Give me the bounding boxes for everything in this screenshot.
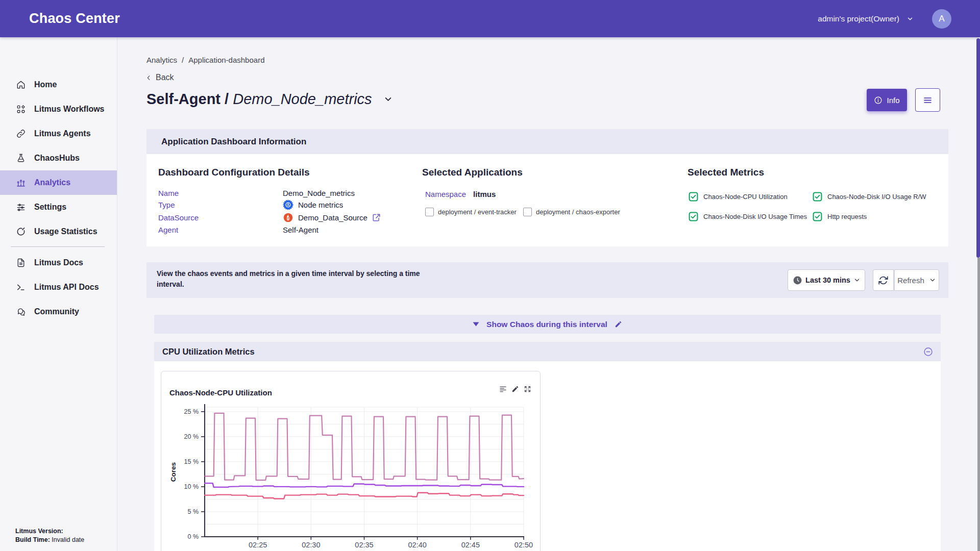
checkbox-unchecked-icon[interactable] — [523, 208, 532, 216]
config-row-datasource: DataSource Demo_Data_Source — [158, 212, 381, 222]
info-button-label: Info — [887, 96, 899, 105]
sidebar-item-litmus-workflows[interactable]: Litmus Workflows — [0, 97, 117, 121]
metric-checkbox-cpu-utilization[interactable]: Chaos-Node-CPU Utilization — [689, 192, 788, 202]
info-button[interactable]: Info — [867, 89, 907, 111]
project-selector-label[interactable]: admin's project(Owner) — [818, 14, 899, 23]
refresh-now-button[interactable] — [873, 269, 894, 291]
main-content: Analytics / Application-dashboard Back S… — [117, 37, 980, 551]
time-select-chevron-down-icon — [853, 277, 861, 284]
external-link-icon[interactable] — [372, 213, 381, 222]
scrollbar-thumb[interactable] — [976, 38, 980, 258]
project-chevron-down-icon[interactable] — [906, 15, 914, 22]
refresh-interval-value: Refresh — [897, 276, 924, 285]
sidebar-item-label: Litmus Workflows — [34, 105, 105, 114]
document-icon — [15, 257, 27, 268]
collapse-minus-icon[interactable] — [923, 347, 933, 357]
sidebar-item-label: Litmus Agents — [34, 129, 91, 138]
metric-checkbox-label: Chaos-Node-CPU Utilization — [703, 193, 788, 201]
svg-text:02:45: 02:45 — [461, 541, 480, 549]
checkbox-checked-icon[interactable] — [689, 192, 698, 202]
svg-text:Cores: Cores — [169, 462, 177, 482]
dashboard-menu-button[interactable] — [915, 88, 940, 112]
sidebar-footer: Litmus Version: Build Time: Invalid date — [15, 527, 84, 544]
config-row-agent: Agent Self-Agent — [158, 224, 318, 235]
build-time-value: Invalid date — [52, 536, 84, 543]
sliders-icon — [15, 202, 27, 213]
edit-pencil-icon[interactable] — [615, 320, 622, 328]
flask-icon — [15, 153, 27, 164]
breadcrumb-application-dashboard[interactable]: Application-dashboard — [188, 56, 264, 64]
app-title: Chaos Center — [29, 11, 120, 27]
application-dashboard-information-panel: Application Dashboard Information Dashbo… — [146, 129, 948, 246]
checkbox-checked-icon[interactable] — [813, 192, 822, 202]
svg-text:02:35: 02:35 — [355, 541, 373, 549]
config-row-type: Type Node metrics — [158, 199, 343, 210]
info-circle-icon — [874, 96, 883, 105]
clock-icon — [793, 276, 802, 285]
litmus-version-label: Litmus Version: — [15, 528, 63, 535]
show-chaos-label: Show Chaos during this interval — [486, 320, 607, 329]
time-range-value: Last 30 mins — [805, 276, 850, 284]
sidebar-item-label: Usage Statistics — [34, 227, 97, 236]
triangle-down-icon — [473, 322, 479, 327]
info-panel-header: Application Dashboard Information — [146, 129, 948, 154]
config-datasource-text: Demo_Data_Source — [298, 213, 368, 222]
config-name-label: Name — [158, 189, 283, 197]
sidebar-item-settings[interactable]: Settings — [0, 195, 117, 219]
metric-checkbox-label: Http requests — [827, 213, 867, 220]
application-checkbox-event-tracker[interactable]: deployment / event-tracker — [425, 208, 517, 216]
namespace-value: litmus — [473, 190, 496, 198]
home-icon — [15, 79, 27, 90]
metric-checkbox-http-requests[interactable]: Http requests — [813, 212, 867, 221]
metric-checkbox-disk-io-rw[interactable]: Chaos-Node-Disk I/O Usage R/W — [813, 192, 926, 202]
checkbox-checked-icon[interactable] — [689, 212, 698, 221]
scrollbar-track[interactable] — [977, 258, 980, 551]
chevron-left-icon — [145, 74, 152, 81]
chat-bubbles-icon — [15, 306, 27, 317]
hamburger-menu-icon — [923, 95, 933, 105]
application-checkbox-chaos-exporter[interactable]: deployment / chaos-exporter — [523, 208, 620, 216]
application-checkbox-label: deployment / chaos-exporter — [536, 208, 620, 216]
sidebar-item-analytics[interactable]: Analytics — [0, 170, 117, 195]
config-type-label: Type — [158, 201, 283, 209]
sidebar: Home Litmus Workflows Litmus Agents Chao… — [0, 37, 117, 551]
config-agent-label: Agent — [158, 226, 283, 234]
sidebar-item-usage-statistics[interactable]: Usage Statistics — [0, 219, 117, 244]
selected-metrics-heading: Selected Metrics — [688, 167, 764, 178]
application-checkbox-label: deployment / event-tracker — [438, 208, 517, 216]
sidebar-item-community[interactable]: Community — [0, 299, 117, 324]
sidebar-item-home[interactable]: Home — [0, 72, 117, 97]
app-header: Chaos Center admin's project(Owner) A — [0, 0, 980, 37]
time-range-select[interactable]: Last 30 mins — [788, 269, 865, 291]
show-chaos-toggle-bar[interactable]: Show Chaos during this interval — [154, 315, 941, 334]
user-avatar[interactable]: A — [932, 9, 951, 29]
config-type-text: Node metrics — [298, 201, 343, 209]
cpu-utilization-line-chart[interactable]: 0 %5 %10 %15 %20 %25 %02:2502:3002:3502:… — [161, 371, 540, 551]
terminal-icon — [15, 282, 27, 293]
title-chevron-down-icon[interactable] — [383, 94, 393, 104]
sidebar-item-litmus-api-docs[interactable]: Litmus API Docs — [0, 275, 117, 299]
back-button[interactable]: Back — [145, 73, 174, 82]
cpu-utilization-chart-card: Chaos-Node-CPU Utilization 0 %5 %10 %15 … — [161, 371, 541, 551]
metric-checkbox-label: Chaos-Node-Disk I/O Usage R/W — [827, 193, 926, 201]
refresh-interval-select[interactable]: Refresh — [894, 269, 939, 291]
sidebar-item-label: Home — [34, 80, 57, 89]
sidebar-item-chaoshubs[interactable]: ChaosHubs — [0, 146, 117, 170]
node-metrics-icon — [283, 199, 293, 210]
time-interval-bar: View the chaos events and metrics in a g… — [146, 262, 948, 298]
checkbox-checked-icon[interactable] — [813, 212, 822, 221]
sidebar-item-label: Litmus Docs — [34, 258, 83, 267]
svg-text:5 %: 5 % — [187, 508, 199, 515]
breadcrumb: Analytics / Application-dashboard — [146, 56, 264, 64]
sidebar-item-litmus-agents[interactable]: Litmus Agents — [0, 121, 117, 146]
svg-text:10 %: 10 % — [184, 483, 199, 490]
interval-description: View the chaos events and metrics in a g… — [157, 268, 432, 290]
config-row-name: Name Demo_Node_metrics — [158, 188, 355, 198]
page-title-agent: Self-Agent / — [146, 91, 229, 107]
sidebar-item-label: Community — [34, 307, 79, 316]
metric-checkbox-disk-io-times[interactable]: Chaos-Node-Disk I/O Usage Times — [689, 212, 807, 221]
sidebar-item-litmus-docs[interactable]: Litmus Docs — [0, 251, 117, 275]
avatar-letter: A — [939, 14, 944, 24]
checkbox-unchecked-icon[interactable] — [425, 208, 434, 216]
breadcrumb-analytics[interactable]: Analytics — [146, 56, 177, 64]
